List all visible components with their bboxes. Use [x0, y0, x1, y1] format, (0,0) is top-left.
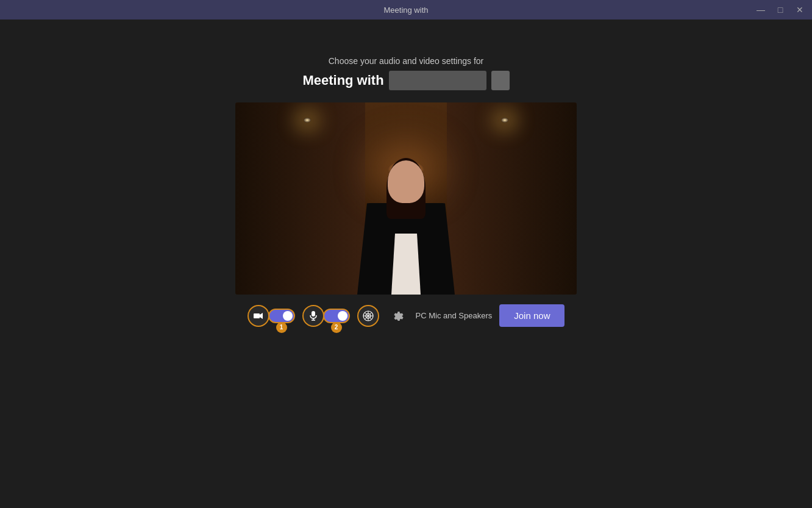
- camera-toggle[interactable]: 1: [268, 309, 295, 323]
- meeting-title-row: Meeting with: [302, 71, 509, 90]
- person-preview: [351, 154, 461, 295]
- svg-rect-2: [312, 311, 315, 317]
- main-content: Choose your audio and video settings for…: [0, 20, 812, 327]
- close-button[interactable]: ✕: [792, 2, 807, 17]
- meeting-name-redacted: [389, 71, 486, 90]
- camera-toggle-knob: [283, 311, 293, 321]
- gear-icon: [391, 310, 404, 322]
- camera-icon: [254, 312, 263, 320]
- shelf-left: [235, 102, 365, 295]
- mic-icon: [310, 311, 317, 321]
- audio-settings-button[interactable]: [386, 305, 408, 327]
- person-head: [388, 160, 424, 203]
- camera-control-group: 1: [248, 305, 295, 327]
- join-now-button[interactable]: Join now: [499, 304, 564, 327]
- minimize-button[interactable]: —: [753, 2, 768, 17]
- mic-toggle-knob: [338, 311, 347, 321]
- mic-control-group: 2: [302, 305, 350, 327]
- title-bar-title: Meeting with: [384, 5, 429, 15]
- camera-badge: 1: [276, 322, 287, 333]
- video-preview: [235, 102, 577, 295]
- effects-icon: [363, 310, 374, 321]
- title-bar: Meeting with — □ ✕: [0, 0, 812, 20]
- shelf-right: [447, 102, 577, 295]
- svg-marker-1: [260, 313, 263, 319]
- mic-button[interactable]: [302, 305, 324, 327]
- effects-button[interactable]: [357, 305, 379, 327]
- window-controls: — □ ✕: [753, 2, 807, 17]
- svg-rect-0: [254, 313, 260, 318]
- camera-button[interactable]: [248, 305, 269, 327]
- subtitle-text: Choose your audio and video settings for: [329, 56, 484, 66]
- maximize-button[interactable]: □: [773, 2, 788, 17]
- meeting-title-label: Meeting with: [302, 73, 383, 88]
- mic-toggle[interactable]: 2: [323, 309, 350, 323]
- mic-badge: 2: [331, 322, 342, 333]
- audio-label: PC Mic and Speakers: [416, 311, 493, 320]
- meeting-name-extra: [491, 71, 510, 90]
- controls-bar: 1 2: [248, 304, 565, 327]
